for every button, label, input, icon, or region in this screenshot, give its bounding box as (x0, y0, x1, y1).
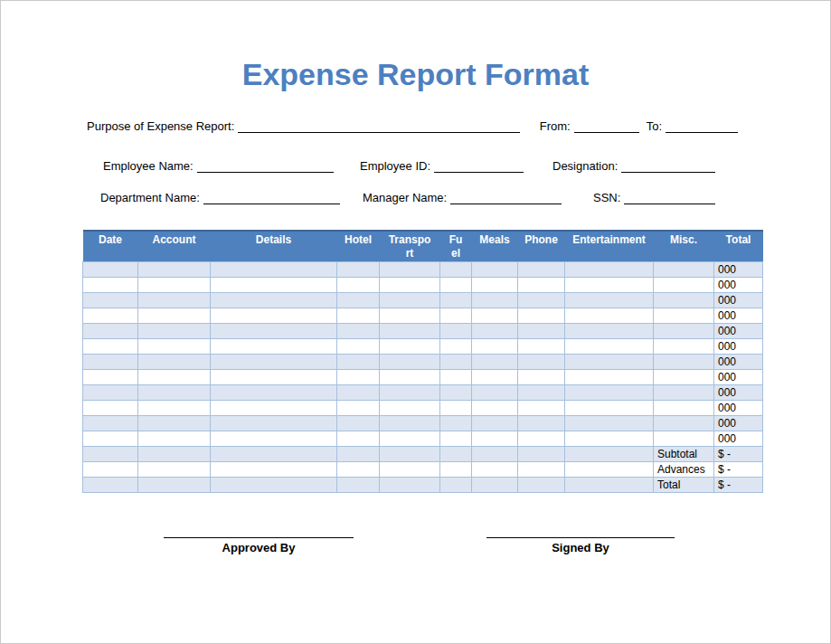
table-cell[interactable] (440, 431, 472, 446)
table-cell[interactable] (337, 277, 380, 292)
employee-name-blank-line[interactable] (197, 159, 334, 173)
designation-blank-line[interactable] (621, 159, 715, 173)
total-cell[interactable]: 000 (714, 415, 763, 431)
table-cell[interactable] (138, 308, 211, 323)
table-cell[interactable] (565, 277, 654, 292)
table-cell[interactable] (440, 384, 472, 400)
table-cell[interactable] (518, 431, 565, 446)
table-cell[interactable] (472, 415, 518, 431)
table-cell[interactable] (138, 415, 211, 431)
table-cell[interactable] (211, 369, 337, 384)
table-cell[interactable] (565, 261, 654, 277)
summary-value-cell[interactable]: $ - (714, 446, 763, 461)
total-cell[interactable]: 000 (714, 308, 763, 323)
employee-id-blank-line[interactable] (434, 159, 524, 173)
table-cell[interactable] (472, 323, 518, 338)
table-cell[interactable] (518, 354, 565, 369)
table-cell[interactable] (138, 338, 211, 354)
table-cell[interactable] (565, 461, 654, 477)
table-cell[interactable] (518, 323, 565, 338)
table-cell[interactable] (83, 308, 138, 323)
table-cell[interactable] (654, 308, 714, 323)
table-cell[interactable] (337, 446, 380, 461)
table-cell[interactable] (83, 477, 138, 492)
table-cell[interactable] (565, 384, 654, 400)
table-cell[interactable] (440, 461, 472, 477)
manager-name-blank-line[interactable] (450, 191, 562, 204)
table-cell[interactable] (440, 292, 472, 308)
table-cell[interactable] (211, 261, 337, 277)
table-cell[interactable] (380, 354, 440, 369)
total-cell[interactable]: 000 (714, 338, 763, 354)
table-cell[interactable] (654, 323, 714, 338)
table-cell[interactable] (518, 292, 565, 308)
table-cell[interactable] (380, 477, 440, 492)
table-cell[interactable] (472, 369, 518, 384)
table-cell[interactable] (83, 431, 138, 446)
table-cell[interactable] (138, 431, 211, 446)
table-cell[interactable] (654, 400, 714, 415)
table-cell[interactable] (83, 369, 138, 384)
table-cell[interactable] (472, 354, 518, 369)
table-cell[interactable] (440, 261, 472, 277)
table-cell[interactable] (211, 477, 337, 492)
ssn-blank-line[interactable] (624, 191, 715, 204)
table-cell[interactable] (472, 277, 518, 292)
table-cell[interactable] (138, 446, 211, 461)
table-cell[interactable] (654, 292, 714, 308)
table-cell[interactable] (565, 477, 654, 492)
table-cell[interactable] (472, 261, 518, 277)
table-cell[interactable] (211, 431, 337, 446)
total-cell[interactable]: 000 (714, 292, 763, 308)
table-cell[interactable] (337, 415, 380, 431)
table-cell[interactable] (337, 431, 380, 446)
table-cell[interactable] (138, 400, 211, 415)
table-cell[interactable] (565, 323, 654, 338)
table-cell[interactable] (518, 369, 565, 384)
table-cell[interactable] (83, 354, 138, 369)
table-cell[interactable] (380, 384, 440, 400)
table-cell[interactable] (380, 277, 440, 292)
table-cell[interactable] (138, 461, 211, 477)
table-cell[interactable] (380, 431, 440, 446)
table-cell[interactable] (337, 292, 380, 308)
table-cell[interactable] (83, 384, 138, 400)
summary-value-cell[interactable]: $ - (714, 461, 763, 477)
table-cell[interactable] (518, 477, 565, 492)
total-cell[interactable]: 000 (714, 277, 763, 292)
table-cell[interactable] (440, 308, 472, 323)
total-cell[interactable]: 000 (714, 431, 763, 446)
table-cell[interactable] (654, 277, 714, 292)
total-cell[interactable]: 000 (714, 369, 763, 384)
table-cell[interactable] (518, 277, 565, 292)
table-cell[interactable] (337, 354, 380, 369)
table-cell[interactable] (565, 354, 654, 369)
table-cell[interactable] (337, 400, 380, 415)
table-cell[interactable] (83, 400, 138, 415)
table-cell[interactable] (380, 292, 440, 308)
table-cell[interactable] (565, 431, 654, 446)
table-cell[interactable] (565, 446, 654, 461)
table-cell[interactable] (518, 446, 565, 461)
table-cell[interactable] (380, 338, 440, 354)
table-cell[interactable] (211, 292, 337, 308)
table-cell[interactable] (83, 277, 138, 292)
table-cell[interactable] (337, 477, 380, 492)
table-cell[interactable] (518, 461, 565, 477)
table-cell[interactable] (654, 415, 714, 431)
table-cell[interactable] (518, 415, 565, 431)
table-cell[interactable] (472, 400, 518, 415)
table-cell[interactable] (518, 308, 565, 323)
table-cell[interactable] (654, 354, 714, 369)
table-cell[interactable] (83, 338, 138, 354)
to-blank-line[interactable] (666, 119, 738, 133)
table-cell[interactable] (83, 461, 138, 477)
table-cell[interactable] (211, 277, 337, 292)
table-cell[interactable] (654, 338, 714, 354)
table-cell[interactable] (472, 292, 518, 308)
table-cell[interactable] (83, 446, 138, 461)
table-cell[interactable] (440, 446, 472, 461)
table-cell[interactable] (211, 354, 337, 369)
table-cell[interactable] (380, 261, 440, 277)
department-name-blank-line[interactable] (203, 191, 340, 204)
